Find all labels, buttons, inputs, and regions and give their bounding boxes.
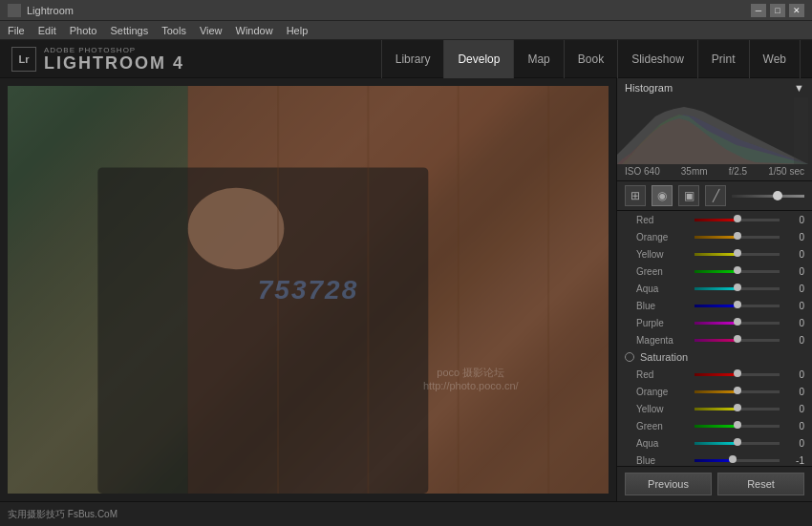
hue-magenta-slider[interactable] xyxy=(694,339,780,342)
menu-edit[interactable]: Edit xyxy=(38,25,56,36)
histogram-arrow: ▼ xyxy=(794,82,804,94)
sat-yellow-value: 0 xyxy=(785,404,804,414)
histogram-title: Histogram xyxy=(625,82,673,94)
hue-red-slider[interactable] xyxy=(694,219,780,221)
lr-badge: Lr xyxy=(11,47,36,72)
menu-help[interactable]: Help xyxy=(287,25,309,36)
menu-view[interactable]: View xyxy=(200,25,223,36)
menu-bar: File Edit Photo Settings Tools View Wind… xyxy=(0,21,812,40)
adjustments-panel[interactable]: Red 0 Orange 0 Yellow xyxy=(617,211,812,466)
photo-placeholder: 753728 poco 摄影论坛 http://photo.poco.cn/ xyxy=(8,86,609,494)
menu-settings[interactable]: Settings xyxy=(110,25,148,36)
sat-aqua-slider[interactable] xyxy=(694,442,780,445)
histogram-section: Histogram ▼ xyxy=(617,78,812,181)
sat-green-value: 0 xyxy=(785,421,804,431)
hue-purple-value: 0 xyxy=(785,318,804,328)
menu-file[interactable]: File xyxy=(8,25,25,36)
hue-orange-value: 0 xyxy=(785,232,804,242)
histogram-header: Histogram ▼ xyxy=(617,78,812,97)
sat-yellow-row: Yellow 0 xyxy=(617,400,812,417)
app-icon xyxy=(8,4,21,17)
hue-orange-label: Orange xyxy=(636,232,689,242)
tab-develop[interactable]: Develop xyxy=(443,40,513,78)
hue-orange-slider[interactable] xyxy=(694,236,780,239)
menu-window[interactable]: Window xyxy=(236,25,273,36)
hue-aqua-label: Aqua xyxy=(636,284,689,294)
bottom-buttons: Previous Reset xyxy=(617,466,812,501)
sat-blue-value: -1 xyxy=(785,455,804,466)
tool-brush[interactable]: ╱ xyxy=(705,185,726,206)
hue-yellow-row: Yellow 0 xyxy=(617,245,812,263)
menu-tools[interactable]: Tools xyxy=(161,25,186,36)
sat-red-row: Red 0 xyxy=(617,366,812,383)
right-panel: Histogram ▼ xyxy=(616,78,812,501)
sat-aqua-value: 0 xyxy=(785,438,804,449)
close-button[interactable]: ✕ xyxy=(789,4,804,17)
sat-red-label: Red xyxy=(636,369,689,380)
tab-book[interactable]: Book xyxy=(564,40,617,78)
sat-red-slider[interactable] xyxy=(694,373,780,376)
poco-watermark: poco 摄影论坛 http://photo.poco.cn/ xyxy=(423,366,519,391)
photo-panel: 753728 poco 摄影论坛 http://photo.poco.cn/ xyxy=(0,78,616,501)
sat-yellow-label: Yellow xyxy=(636,404,689,414)
hue-blue-slider[interactable] xyxy=(694,305,780,307)
hue-blue-label: Blue xyxy=(636,301,689,311)
hue-purple-row: Purple 0 xyxy=(617,314,812,331)
hue-blue-value: 0 xyxy=(785,301,804,311)
sat-yellow-slider[interactable] xyxy=(694,408,780,410)
sat-green-slider[interactable] xyxy=(694,425,780,428)
maximize-button[interactable]: □ xyxy=(770,4,785,17)
tab-library[interactable]: Library xyxy=(381,40,444,78)
photo-container: 753728 poco 摄影论坛 http://photo.poco.cn/ xyxy=(8,86,609,494)
tab-map[interactable]: Map xyxy=(513,40,563,78)
tab-slideshow[interactable]: Slideshow xyxy=(617,40,697,78)
sat-orange-value: 0 xyxy=(785,387,804,397)
hue-magenta-label: Magenta xyxy=(636,335,689,346)
hue-yellow-slider[interactable] xyxy=(694,253,780,256)
sat-blue-row: Blue -1 xyxy=(617,452,812,466)
hue-red-row: Red 0 xyxy=(617,211,812,228)
saturation-dot xyxy=(625,352,634,362)
focal-value: 35mm xyxy=(681,166,708,177)
iso-value: ISO 640 xyxy=(625,166,660,177)
status-text: 实用摄影技巧 FsBus.CoM xyxy=(8,508,118,521)
logo-area: Lr ADOBE PHOTOSHOP LIGHTROOM 4 xyxy=(11,46,381,72)
hue-aqua-row: Aqua 0 xyxy=(617,280,812,297)
hue-yellow-value: 0 xyxy=(785,249,804,260)
svg-point-3 xyxy=(188,188,285,269)
sat-green-row: Green 0 xyxy=(617,417,812,434)
tool-grid[interactable]: ⊞ xyxy=(625,185,646,206)
sat-aqua-label: Aqua xyxy=(636,438,689,449)
tool-square[interactable]: ▣ xyxy=(678,185,699,206)
sat-orange-label: Orange xyxy=(636,387,689,397)
shutter-value: 1/50 sec xyxy=(768,166,804,177)
hue-orange-row: Orange 0 xyxy=(617,228,812,245)
reset-button[interactable]: Reset xyxy=(717,473,804,495)
window-controls: ─ □ ✕ xyxy=(751,4,804,17)
hue-green-value: 0 xyxy=(785,266,804,277)
sat-orange-row: Orange 0 xyxy=(617,383,812,400)
tab-print[interactable]: Print xyxy=(697,40,749,78)
sat-aqua-row: Aqua 0 xyxy=(617,434,812,452)
sat-orange-slider[interactable] xyxy=(694,390,780,393)
tab-web[interactable]: Web xyxy=(749,40,801,78)
title-bar-title: Lightroom xyxy=(27,5,751,16)
main-content: 753728 poco 摄影论坛 http://photo.poco.cn/ H… xyxy=(0,78,812,501)
minimize-button[interactable]: ─ xyxy=(751,4,766,17)
status-bar: 实用摄影技巧 FsBus.CoM xyxy=(0,501,812,526)
hue-aqua-slider[interactable] xyxy=(694,287,780,290)
tool-slider-thumb xyxy=(773,191,782,200)
hue-aqua-value: 0 xyxy=(785,284,804,294)
lr-title: LIGHTROOM 4 xyxy=(44,54,184,72)
sat-blue-slider[interactable] xyxy=(694,459,780,462)
hue-purple-slider[interactable] xyxy=(694,322,780,325)
tool-circle[interactable]: ◉ xyxy=(652,185,673,206)
tool-slider[interactable] xyxy=(732,195,804,198)
title-bar: Lightroom ─ □ ✕ xyxy=(0,0,812,21)
hue-green-label: Green xyxy=(636,266,689,277)
menu-photo[interactable]: Photo xyxy=(70,25,97,36)
previous-button[interactable]: Previous xyxy=(625,473,712,495)
sat-blue-label: Blue xyxy=(636,455,689,466)
saturation-header[interactable]: Saturation xyxy=(617,348,812,366)
hue-green-slider[interactable] xyxy=(694,270,780,273)
